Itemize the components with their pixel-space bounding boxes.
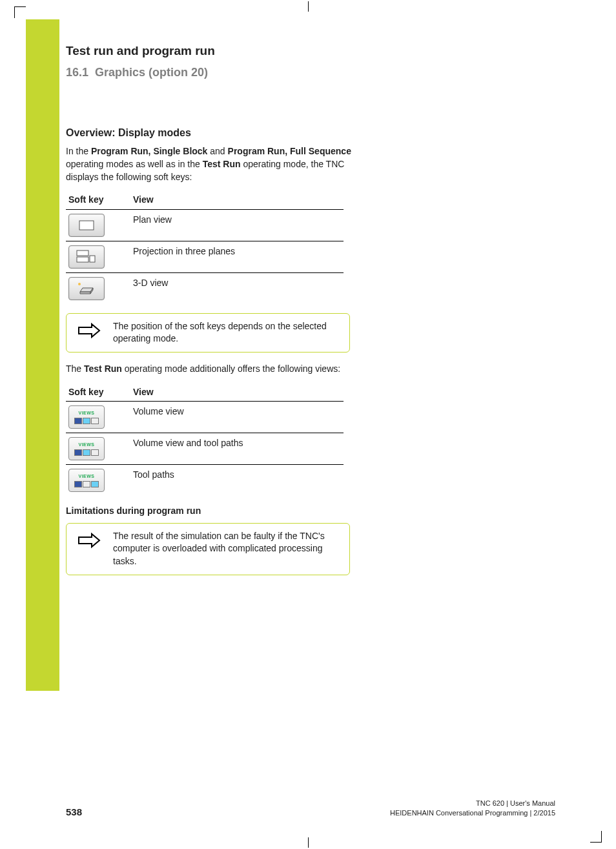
- svg-point-7: [78, 283, 81, 285]
- softkey-plan-view[interactable]: [68, 214, 105, 237]
- page: 16 Test run and program run 16.1 Graphic…: [26, 19, 594, 829]
- overview-heading: Overview: Display modes: [66, 126, 376, 140]
- arrow-right-icon: [76, 532, 102, 549]
- chapter-number: 16: [575, 43, 590, 59]
- note2-text: The result of the simulation can be faul…: [113, 530, 342, 568]
- limitations-heading: Limitations during program run: [66, 505, 376, 518]
- svg-rect-3: [90, 256, 95, 262]
- three-planes-icon: [76, 249, 98, 265]
- section-number: 16.1: [66, 66, 88, 79]
- table1-row1-view: Projection in three planes: [130, 241, 344, 272]
- softkey-table-2: Soft key View VIEWS Volume view: [66, 382, 344, 496]
- page-footer: 538 TNC 620 | User's Manual HEIDENHAIN C…: [66, 799, 555, 817]
- softkey-three-planes[interactable]: [68, 245, 105, 269]
- svg-rect-0: [79, 221, 94, 230]
- svg-marker-5: [80, 292, 90, 294]
- table1-row0-view: Plan view: [130, 209, 344, 241]
- intro-paragraph: In the Program Run, Single Block and Pro…: [66, 145, 376, 183]
- table2-row1-view: Volume view and tool paths: [130, 433, 344, 465]
- doc-title: TNC 620 | User's Manual: [390, 799, 555, 808]
- doc-subtitle: HEIDENHAIN Conversational Programming | …: [390, 808, 555, 817]
- views-tabs-icon: [74, 418, 99, 424]
- table2-header-view: View: [130, 382, 344, 402]
- section-title: 16.1 Graphics (option 20): [66, 66, 208, 79]
- table2-row2-view: Tool paths: [130, 465, 344, 496]
- softkey-volume-toolpaths[interactable]: VIEWS: [68, 437, 105, 460]
- note-box-1: The position of the soft keys depends on…: [66, 313, 350, 353]
- page-number: 538: [66, 806, 82, 817]
- softkey-table-1: Soft key View Plan view: [66, 190, 344, 304]
- plan-view-icon: [77, 219, 96, 232]
- svg-rect-1: [77, 251, 88, 256]
- 3d-view-icon: [76, 281, 97, 296]
- svg-rect-2: [77, 257, 88, 262]
- doc-info: TNC 620 | User's Manual HEIDENHAIN Conve…: [390, 799, 555, 817]
- table2-row0-view: Volume view: [130, 402, 344, 433]
- views-tabs-icon: [74, 481, 99, 487]
- main-content: Overview: Display modes In the Program R…: [66, 126, 376, 586]
- views-label: VIEWS: [78, 442, 94, 448]
- views-tabs-icon: [74, 449, 99, 456]
- views-label: VIEWS: [78, 410, 94, 416]
- table1-header-view: View: [130, 190, 344, 209]
- chapter-sidebar: [26, 19, 59, 691]
- section-name: Graphics (option 20): [95, 66, 208, 79]
- softkey-toolpaths[interactable]: VIEWS: [68, 469, 105, 492]
- softkey-3d-view[interactable]: [68, 277, 105, 300]
- table1-header-softkey: Soft key: [66, 190, 130, 209]
- views-label: VIEWS: [78, 473, 94, 480]
- table2-header-softkey: Soft key: [66, 382, 130, 402]
- table1-row2-view: 3-D view: [130, 272, 344, 304]
- chapter-title: Test run and program run: [66, 44, 215, 58]
- note1-text: The position of the soft keys depends on…: [113, 320, 342, 345]
- arrow-right-icon: [76, 322, 102, 339]
- mid-paragraph: The Test Run operating mode additionally…: [66, 363, 376, 376]
- note-box-2: The result of the simulation can be faul…: [66, 523, 350, 575]
- softkey-volume-view[interactable]: VIEWS: [68, 405, 105, 429]
